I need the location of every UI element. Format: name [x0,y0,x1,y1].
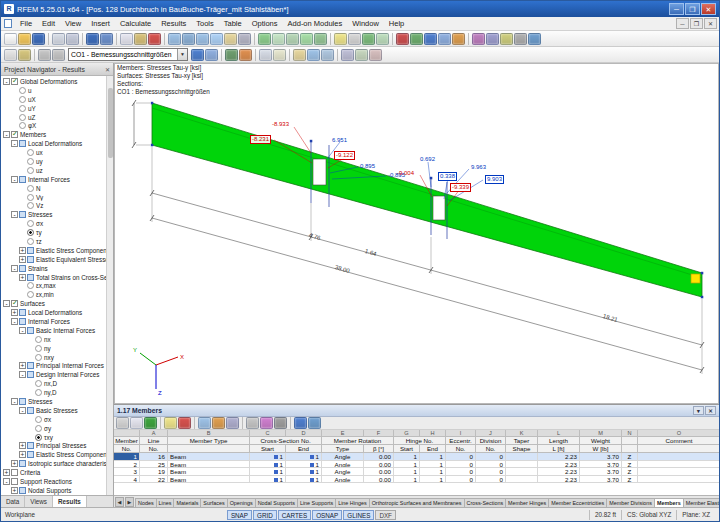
visibility-mode-icon[interactable] [472,33,485,45]
tree-item[interactable]: +Principal Stresses [1,442,113,451]
group-icon[interactable] [27,407,34,414]
display-properties-icon[interactable] [348,33,361,45]
menu-add-on-modules[interactable]: Add-on Modules [283,17,348,30]
table-cell[interactable]: 1 [286,461,322,469]
table-cell[interactable]: 0.00 [364,461,394,469]
tree-item[interactable]: Vy [1,193,113,202]
table-cell[interactable]: Z [622,468,638,476]
collapse-icon[interactable]: - [11,176,18,183]
column-header[interactable]: Division [476,437,506,445]
tree-item[interactable]: nx,D [1,379,113,388]
menu-file[interactable]: File [15,17,37,30]
radio-icon[interactable] [19,122,26,129]
table-cell[interactable]: 3 [114,468,140,476]
status-toggle-dxf[interactable]: DXF [375,510,396,520]
rotate-view-icon[interactable] [307,49,320,61]
menu-calculate[interactable]: Calculate [115,17,156,30]
mdi-minimize-button[interactable]: ─ [676,18,689,29]
table-cell[interactable]: 1 [394,468,420,476]
sync-graphic-icon[interactable] [294,417,307,429]
table-cell[interactable]: 4 [114,476,140,484]
table-cell[interactable]: Z [622,476,638,484]
column-letter[interactable]: B [168,430,250,437]
table-tab-member-divisions[interactable]: Member Divisions [606,498,655,507]
print-icon[interactable] [52,33,65,45]
tree-item[interactable]: +Elastic Stress Componen... [1,246,113,255]
column-subheader[interactable]: End [286,445,322,453]
table-tab-materials[interactable]: Materials [173,498,201,507]
menu-options[interactable]: Options [247,17,283,30]
tree-item[interactable]: uZ [1,113,113,122]
radio-icon[interactable] [19,96,26,103]
table-cell[interactable]: Angle [322,461,364,469]
scrollbar-thumb[interactable] [108,88,113,158]
collapse-icon[interactable]: - [3,300,10,307]
radio-icon[interactable] [19,105,26,112]
print-preview-icon[interactable] [66,33,79,45]
status-toggle-grid[interactable]: GRID [253,510,277,520]
tree-item[interactable]: -Stresses [1,210,113,219]
table-cell[interactable]: 2.23 [538,468,580,476]
collapse-icon[interactable]: - [19,371,26,378]
copy-graphic-icon[interactable] [273,49,286,61]
radio-icon[interactable] [35,336,42,343]
column-subheader[interactable]: No. [446,445,476,453]
move-view-icon[interactable] [293,49,306,61]
column-letter[interactable]: M [580,430,622,437]
menu-view[interactable]: View [60,17,86,30]
view-in-y-icon[interactable] [286,33,299,45]
column-header[interactable]: Member Rotation [322,437,394,445]
zoom-window-icon[interactable] [182,33,195,45]
new-file-icon[interactable] [4,33,17,45]
collapse-icon[interactable]: - [11,318,18,325]
checkbox-checked-icon[interactable] [11,131,18,138]
menu-table[interactable]: Table [219,17,247,30]
tree-item[interactable]: εx,max [1,281,113,290]
column-subheader[interactable]: Type [322,445,364,453]
column-letter[interactable]: O [638,430,719,437]
table-cell[interactable]: 2.23 [538,453,580,461]
table-cell[interactable]: 1 [286,476,322,484]
result-diagrams-icon[interactable] [225,49,238,61]
insert-row-icon[interactable] [164,417,177,429]
menu-help[interactable]: Help [384,17,409,30]
status-toggle-cartes[interactable]: CARTES [278,510,311,520]
table-cell[interactable]: 2.23 [538,461,580,469]
collapse-icon[interactable]: - [11,211,18,218]
table-help-icon[interactable] [308,417,321,429]
group-icon[interactable] [27,371,34,378]
radio-icon[interactable] [27,238,34,245]
tree-item[interactable]: nx [1,335,113,344]
table-cell[interactable]: 1 [420,468,446,476]
table-cell[interactable] [506,461,538,469]
column-letter[interactable]: E [322,430,364,437]
delete-icon[interactable] [148,33,161,45]
radio-icon[interactable] [27,291,34,298]
group-icon[interactable] [19,460,26,467]
table-cell[interactable]: 1 [114,453,140,461]
undo-icon[interactable] [86,33,99,45]
group-icon[interactable] [27,274,34,281]
table-cell[interactable] [506,453,538,461]
tree-item[interactable]: -Design Internal Forces [1,370,113,379]
column-letter[interactable]: D [286,430,322,437]
settings-icon[interactable] [514,33,527,45]
tree-item[interactable]: φX [1,121,113,130]
graphics-viewport[interactable]: Members: Stresses Tau-y [ksi] Surfaces: … [114,63,719,404]
expand-icon[interactable]: + [11,487,18,494]
tree-item[interactable]: -Members [1,130,113,139]
column-header[interactable]: Member [114,437,140,445]
column-letter[interactable]: G [394,430,420,437]
render-solid-icon[interactable] [362,33,375,45]
table-cell[interactable]: Beam [168,468,250,476]
zoom-all-icon[interactable] [168,33,181,45]
group-icon[interactable] [27,256,34,263]
table-cell[interactable] [506,468,538,476]
table-tab-line-hinges[interactable]: Line Hinges [335,498,369,507]
expand-icon[interactable]: + [19,247,26,254]
table-cell[interactable]: 1 [394,461,420,469]
table-cell[interactable]: 0 [476,468,506,476]
tree-item[interactable]: τxy [1,433,113,442]
expand-icon[interactable]: + [11,460,18,467]
table-cell[interactable]: 3.70 [580,453,622,461]
